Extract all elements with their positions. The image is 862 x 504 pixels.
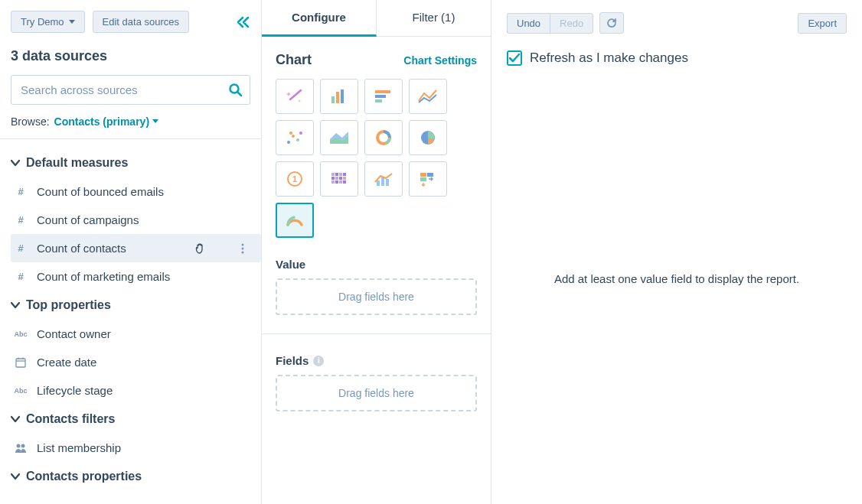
undo-button[interactable]: Undo bbox=[507, 13, 550, 34]
export-button[interactable]: Export bbox=[798, 13, 847, 34]
field-label: List membership bbox=[37, 441, 121, 454]
svg-point-10 bbox=[21, 444, 25, 447]
svg-rect-33 bbox=[331, 177, 335, 180]
report-preview-panel: Undo Redo Export Refresh as I make chang… bbox=[491, 0, 862, 504]
date-icon bbox=[14, 357, 28, 368]
svg-point-9 bbox=[17, 444, 21, 447]
redo-button[interactable]: Redo bbox=[550, 13, 593, 34]
chart-type-donut[interactable] bbox=[364, 120, 403, 155]
svg-line-1 bbox=[238, 92, 242, 96]
people-icon bbox=[14, 443, 28, 454]
svg-rect-36 bbox=[343, 177, 346, 180]
svg-rect-13 bbox=[336, 92, 339, 103]
hash-icon: # bbox=[14, 214, 28, 226]
field-label: Count of bounced emails bbox=[37, 185, 164, 198]
tab-filter-[interactable]: Filter (1) bbox=[377, 0, 491, 37]
svg-rect-12 bbox=[331, 96, 335, 103]
field-label: Count of marketing emails bbox=[37, 270, 170, 283]
field-item[interactable]: #Count of campaigns bbox=[11, 206, 261, 234]
fields-list[interactable]: Default measures#Count of bounced emails… bbox=[0, 139, 261, 504]
field-group-header[interactable]: Default measures bbox=[11, 148, 261, 177]
chart-type-gauge[interactable] bbox=[276, 203, 314, 238]
svg-rect-31 bbox=[339, 173, 342, 176]
data-source-count: 3 data sources bbox=[11, 48, 250, 64]
field-item[interactable]: AbcContact owner bbox=[11, 320, 261, 348]
svg-rect-43 bbox=[386, 179, 389, 186]
field-label: Contact owner bbox=[37, 327, 111, 340]
chart-type-bar-horizontal[interactable] bbox=[364, 79, 403, 114]
browse-dropdown[interactable]: Contacts (primary) bbox=[54, 115, 158, 128]
value-dropzone[interactable]: Drag fields here bbox=[276, 278, 477, 315]
svg-point-22 bbox=[289, 132, 292, 135]
svg-line-11 bbox=[290, 90, 301, 99]
svg-point-21 bbox=[299, 132, 302, 135]
field-item[interactable]: #Count of contacts bbox=[11, 234, 261, 262]
chart-type-combo[interactable] bbox=[364, 161, 403, 197]
svg-rect-35 bbox=[339, 177, 342, 180]
svg-point-4 bbox=[242, 251, 244, 253]
svg-rect-17 bbox=[375, 99, 382, 102]
svg-rect-15 bbox=[375, 90, 390, 93]
chart-type-area[interactable] bbox=[320, 120, 358, 155]
browse-value: Contacts (primary) bbox=[54, 115, 149, 128]
try-demo-label: Try Demo bbox=[21, 16, 64, 28]
chart-type-pie[interactable] bbox=[409, 120, 447, 155]
field-item[interactable]: AbcLifecycle stage bbox=[11, 376, 261, 405]
fields-dropzone[interactable]: Drag fields here bbox=[276, 375, 477, 411]
more-options-icon[interactable] bbox=[241, 243, 244, 254]
chevron-down-icon bbox=[11, 415, 20, 423]
abc-icon: Abc bbox=[14, 387, 28, 395]
grab-cursor-icon bbox=[194, 242, 207, 255]
tab-configure[interactable]: Configure bbox=[262, 0, 377, 37]
fields-section-label: Fields i bbox=[276, 354, 477, 367]
svg-rect-46 bbox=[420, 177, 426, 181]
chevron-down-icon bbox=[152, 119, 158, 124]
field-label: Create date bbox=[37, 356, 96, 369]
svg-rect-30 bbox=[335, 173, 338, 176]
field-item[interactable]: #Count of bounced emails bbox=[11, 177, 261, 206]
try-demo-button[interactable]: Try Demo bbox=[11, 11, 85, 33]
chart-type-bar-vertical[interactable] bbox=[320, 79, 358, 114]
chart-type-heatmap[interactable] bbox=[320, 161, 358, 197]
browse-label: Browse: bbox=[11, 115, 50, 128]
info-icon[interactable]: i bbox=[313, 356, 324, 366]
chart-type-kpi[interactable]: 1 bbox=[276, 161, 314, 197]
field-group-header[interactable]: Top properties bbox=[11, 291, 261, 320]
refresh-icon-button[interactable] bbox=[599, 12, 624, 34]
chart-settings-link[interactable]: Chart Settings bbox=[403, 54, 477, 67]
abc-icon: Abc bbox=[14, 330, 28, 338]
svg-rect-29 bbox=[331, 173, 335, 176]
search-input[interactable] bbox=[11, 75, 250, 105]
refresh-checkbox[interactable] bbox=[507, 50, 522, 66]
svg-rect-45 bbox=[427, 173, 433, 177]
svg-point-19 bbox=[292, 135, 295, 138]
collapse-sidebar-icon[interactable] bbox=[237, 16, 250, 28]
svg-text:1: 1 bbox=[292, 174, 297, 184]
field-item[interactable]: Create date bbox=[11, 348, 261, 376]
field-label: Count of contacts bbox=[37, 242, 126, 255]
chart-type-pivot[interactable] bbox=[409, 161, 447, 197]
field-group-header[interactable]: Contacts filters bbox=[11, 405, 261, 434]
svg-rect-34 bbox=[335, 177, 338, 180]
chart-section-title: Chart bbox=[276, 52, 312, 68]
empty-report-message: Add at least one value field to display … bbox=[507, 272, 847, 285]
hash-icon: # bbox=[14, 186, 28, 197]
chevron-down-icon bbox=[69, 20, 75, 24]
svg-rect-44 bbox=[420, 173, 426, 177]
search-icon[interactable] bbox=[229, 83, 243, 97]
svg-rect-41 bbox=[377, 180, 380, 186]
hash-icon: # bbox=[14, 271, 28, 282]
edit-data-sources-button[interactable]: Edit data sources bbox=[93, 11, 189, 33]
svg-rect-39 bbox=[339, 180, 342, 184]
chevron-down-icon bbox=[11, 159, 20, 167]
chevron-down-icon bbox=[11, 473, 20, 480]
chart-type-magic-wand[interactable] bbox=[276, 79, 314, 114]
field-group-header[interactable]: Contacts properties bbox=[11, 462, 261, 491]
field-item[interactable]: #Count of marketing emails bbox=[11, 262, 261, 291]
svg-rect-37 bbox=[331, 180, 335, 184]
svg-rect-5 bbox=[16, 359, 25, 367]
chart-type-line[interactable] bbox=[409, 79, 447, 114]
chart-type-scatter[interactable] bbox=[276, 120, 314, 155]
svg-point-18 bbox=[287, 141, 290, 144]
field-item[interactable]: List membership bbox=[11, 434, 261, 462]
